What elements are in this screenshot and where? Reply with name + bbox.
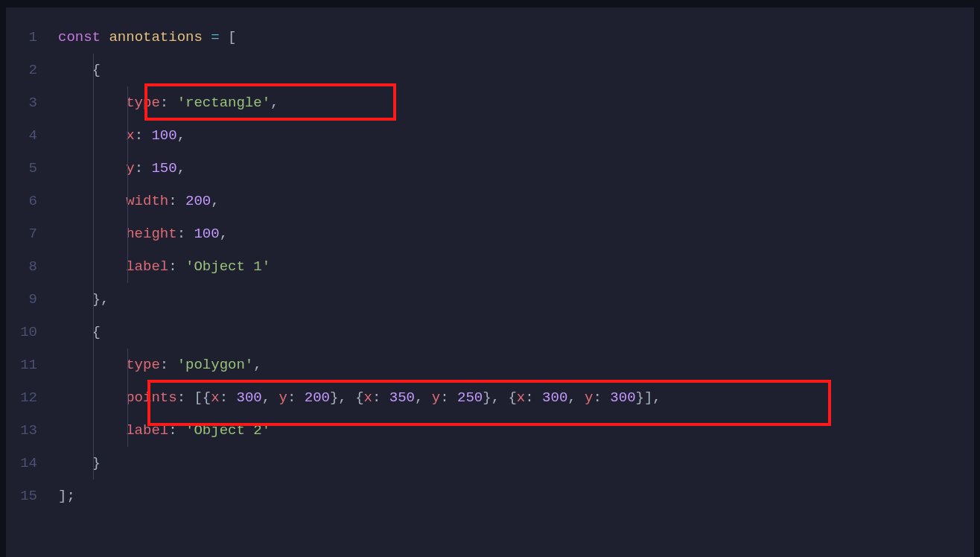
code-line[interactable]: 4 x: 100,: [6, 119, 974, 152]
token-num: 300: [236, 389, 261, 406]
code-content[interactable]: height: 100,: [58, 217, 974, 250]
token-plain: :: [287, 389, 305, 406]
token-plain: [58, 455, 92, 471]
code-editor[interactable]: 1const annotations = [2 {3 type: 'rectan…: [6, 7, 974, 557]
indent-guide: [127, 152, 128, 185]
token-punct: [: [228, 29, 236, 45]
token-plain: :: [168, 258, 185, 275]
indent-guide: [127, 381, 128, 414]
code-content[interactable]: const annotations = [: [58, 21, 974, 54]
token-str: 'Object 2': [185, 422, 270, 439]
token-punct: ,: [270, 95, 279, 111]
code-line[interactable]: 1const annotations = [: [6, 21, 974, 54]
indent-guide: [127, 348, 128, 381]
indent-guide: [127, 250, 128, 283]
code-line[interactable]: 6 width: 200,: [6, 185, 974, 217]
code-content[interactable]: {: [58, 54, 974, 86]
code-content[interactable]: label: 'Object 2': [58, 414, 974, 447]
indent-guide: [93, 86, 94, 119]
token-key: y: [279, 389, 287, 406]
indent-guide: [93, 152, 94, 185]
line-number: 6: [6, 185, 58, 217]
token-num: 250: [457, 389, 483, 406]
token-punct: ,: [177, 127, 185, 144]
code-content[interactable]: points: [{x: 300, y: 200}, {x: 350, y: 2…: [58, 381, 974, 414]
line-number: 1: [6, 21, 58, 54]
token-plain: :: [168, 193, 185, 209]
token-plain: [101, 29, 109, 45]
token-punct: }, {: [483, 389, 517, 406]
token-key: x: [517, 389, 525, 406]
token-punct: ,: [211, 193, 219, 209]
indent-guide: [127, 414, 128, 447]
token-punct: ,: [101, 291, 109, 308]
token-plain: [58, 127, 126, 144]
token-plain: [203, 29, 211, 45]
line-number: 9: [6, 283, 58, 316]
code-line[interactable]: 12 points: [{x: 300, y: 200}, {x: 350, y…: [6, 381, 974, 414]
token-num: 150: [151, 160, 176, 176]
line-number: 13: [6, 414, 58, 447]
token-plain: :: [177, 389, 194, 406]
line-number: 14: [6, 447, 58, 480]
token-key: label: [126, 258, 168, 275]
code-content[interactable]: x: 100,: [58, 119, 974, 152]
code-content[interactable]: label: 'Object 1': [58, 250, 974, 283]
code-line[interactable]: 8 label: 'Object 1': [6, 250, 974, 283]
indent-guide: [93, 217, 94, 250]
indent-guide: [93, 381, 94, 414]
token-plain: [58, 193, 126, 209]
token-punct: [{: [194, 389, 211, 406]
code-line[interactable]: 9 },: [6, 283, 974, 316]
line-number: 11: [6, 348, 58, 381]
line-number: 4: [6, 119, 58, 152]
token-key: y: [585, 389, 593, 406]
code-line[interactable]: 10 {: [6, 316, 974, 348]
code-content[interactable]: width: 200,: [58, 185, 974, 217]
line-number: 5: [6, 152, 58, 185]
token-key: width: [126, 193, 168, 209]
code-line[interactable]: 13 label: 'Object 2': [6, 414, 974, 447]
code-content[interactable]: },: [58, 283, 974, 316]
indent-guide: [127, 217, 128, 250]
token-num: 100: [151, 127, 176, 144]
indent-guide: [93, 250, 94, 283]
code-content[interactable]: type: 'polygon',: [58, 348, 974, 381]
code-content[interactable]: {: [58, 316, 974, 348]
token-punct: ,: [415, 389, 432, 406]
token-plain: :: [135, 127, 152, 144]
token-ident: annotations: [109, 29, 202, 45]
code-line[interactable]: 11 type: 'polygon',: [6, 348, 974, 381]
token-plain: [220, 29, 228, 45]
code-line[interactable]: 3 type: 'rectangle',: [6, 86, 974, 119]
token-plain: :: [220, 389, 237, 406]
code-line[interactable]: 7 height: 100,: [6, 217, 974, 250]
token-key: x: [364, 389, 372, 406]
code-content[interactable]: ];: [58, 480, 974, 512]
token-key: height: [126, 226, 176, 242]
line-number: 10: [6, 316, 58, 348]
code-content[interactable]: type: 'rectangle',: [58, 86, 974, 119]
token-plain: [58, 291, 92, 308]
token-plain: :: [594, 389, 611, 406]
code-line[interactable]: 14 }: [6, 447, 974, 480]
indent-guide: [127, 86, 128, 119]
token-plain: :: [525, 389, 542, 406]
token-plain: [58, 160, 126, 176]
token-key: x: [211, 389, 219, 406]
code-line[interactable]: 2 {: [6, 54, 974, 86]
token-punct: }, {: [330, 389, 364, 406]
line-number: 12: [6, 381, 58, 414]
code-line[interactable]: 15];: [6, 480, 974, 512]
token-punct: ,: [220, 226, 228, 242]
code-content[interactable]: }: [58, 447, 974, 480]
code-line[interactable]: 5 y: 150,: [6, 152, 974, 185]
token-str: 'rectangle': [177, 95, 270, 111]
token-punct: ,: [177, 160, 185, 176]
token-plain: [58, 422, 126, 439]
code-content[interactable]: y: 150,: [58, 152, 974, 185]
token-punct: }],: [636, 389, 661, 406]
token-num: 100: [194, 226, 219, 242]
line-number: 15: [6, 480, 58, 512]
indent-guide: [93, 54, 94, 86]
